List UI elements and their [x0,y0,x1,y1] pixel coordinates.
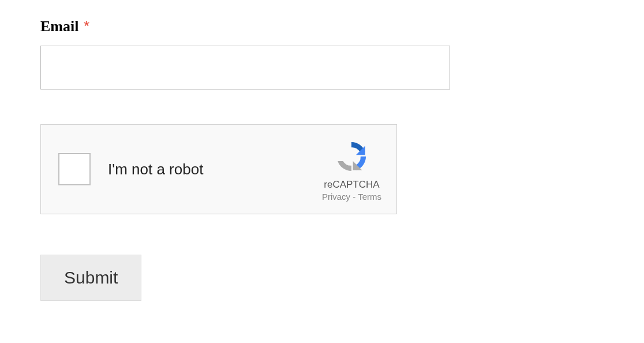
submit-button[interactable]: Submit [40,255,141,301]
recaptcha-brand-text: reCAPTCHA [324,179,379,191]
recaptcha-icon [332,137,370,176]
recaptcha-links: Privacy - Terms [322,192,381,202]
recaptcha-widget: I'm not a robot reCAPTCHA Privacy - Term… [40,124,397,214]
email-label: Email * [40,17,604,35]
recaptcha-checkbox[interactable] [58,153,91,185]
recaptcha-terms-link[interactable]: Terms [358,192,381,202]
recaptcha-privacy-link[interactable]: Privacy [322,192,350,202]
recaptcha-branding: reCAPTCHA Privacy - Terms [322,137,386,202]
email-label-text: Email [40,18,78,35]
email-field[interactable] [40,46,450,90]
recaptcha-separator: - [350,192,358,202]
recaptcha-label: I'm not a robot [108,161,322,178]
email-field-group: Email * [40,17,604,90]
required-asterisk: * [84,17,89,35]
